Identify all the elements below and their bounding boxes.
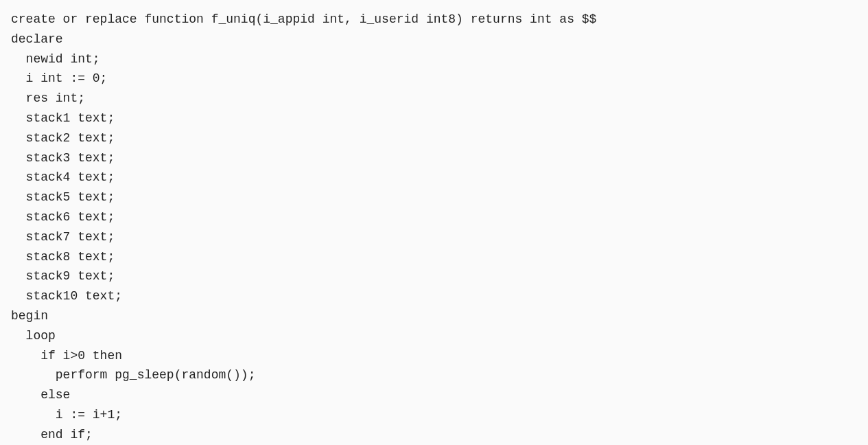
code-line: begin: [11, 306, 857, 326]
code-line: stack4 text;: [11, 168, 857, 187]
code-line: res int;: [11, 89, 857, 109]
code-line: stack8 text;: [11, 247, 857, 267]
code-line: stack1 text;: [11, 109, 857, 128]
code-line: create or replace function f_uniq(i_appi…: [11, 10, 857, 30]
code-line: end if;: [11, 425, 857, 445]
code-line: stack10 text;: [11, 286, 857, 306]
code-line: stack9 text;: [11, 266, 857, 286]
code-block: create or replace function f_uniq(i_appi…: [11, 10, 857, 445]
code-line: newid int;: [11, 49, 857, 69]
code-line: stack6 text;: [11, 207, 857, 227]
code-line: stack3 text;: [11, 148, 857, 168]
code-line: i := i+1;: [11, 405, 857, 425]
code-line: stack5 text;: [11, 187, 857, 207]
code-line: stack7 text;: [11, 227, 857, 247]
code-line: perform pg_sleep(random());: [11, 365, 857, 385]
code-line: i int := 0;: [11, 69, 857, 89]
code-line: loop: [11, 326, 857, 346]
code-line: declare: [11, 30, 857, 49]
code-line: if i>0 then: [11, 346, 857, 366]
code-line: else: [11, 385, 857, 405]
code-line: stack2 text;: [11, 128, 857, 148]
